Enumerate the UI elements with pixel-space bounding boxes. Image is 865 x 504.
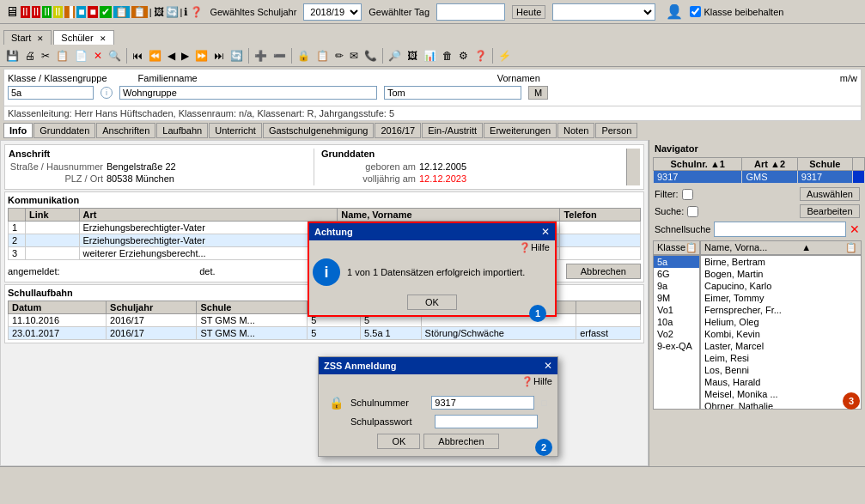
- list-item[interactable]: Laster, Marcel: [701, 340, 861, 352]
- abbrechen-btn2[interactable]: Abbrechen: [566, 264, 641, 279]
- achtung-ok-button[interactable]: OK: [407, 295, 457, 310]
- toolbar-edit[interactable]: ✏: [332, 48, 346, 64]
- name-list[interactable]: Birne, Bertram Bogen, Martin Capucino, K…: [700, 255, 862, 410]
- zss-ok-button[interactable]: OK: [377, 434, 420, 449]
- list-item[interactable]: Meisel, Monika ...: [701, 388, 861, 400]
- scroll-indicator[interactable]: [626, 149, 640, 185]
- toolbar-prev[interactable]: ◀: [165, 48, 178, 64]
- list-item[interactable]: 6G: [654, 268, 699, 280]
- toolbar-next2[interactable]: ⏩: [192, 48, 210, 64]
- table-row[interactable]: 9317 GMS 9317: [654, 171, 865, 184]
- zss-close[interactable]: ✕: [544, 360, 552, 372]
- ctab-anschriften[interactable]: Anschriften: [96, 123, 155, 138]
- ctab-info[interactable]: Info: [3, 123, 33, 138]
- ctab-noten[interactable]: Noten: [557, 123, 594, 138]
- list-item[interactable]: Vo1: [654, 304, 699, 316]
- ctab-unterricht[interactable]: Unterricht: [209, 123, 262, 138]
- toolbar-first[interactable]: ⏮: [130, 48, 145, 64]
- ctab-einaustritt[interactable]: Ein-/Austritt: [422, 123, 483, 138]
- toolbar-doc[interactable]: 📋: [314, 48, 332, 64]
- ctab-grunddaten[interactable]: Grunddaten: [34, 123, 95, 138]
- list-item[interactable]: Leim, Resi: [701, 352, 861, 364]
- toolbar-chart[interactable]: 📊: [421, 48, 439, 64]
- klasse-beibehalten-checkbox[interactable]: [690, 6, 701, 17]
- toolbar-search[interactable]: 🔍: [106, 48, 124, 64]
- toolbar-paste[interactable]: 📄: [72, 48, 90, 64]
- toolbar-trash[interactable]: 🗑: [440, 48, 455, 64]
- toolbar-image[interactable]: 🖼: [405, 48, 420, 64]
- list-item[interactable]: 5a: [654, 256, 699, 268]
- list-item[interactable]: Ohrner, Nathalie: [701, 400, 861, 410]
- ctab-person[interactable]: Person: [595, 123, 637, 138]
- list-item[interactable]: Fernsprecher, Fr...: [701, 304, 861, 316]
- schnellsuche-row: Schnellsuche ✕: [651, 220, 863, 239]
- toolbar-add[interactable]: ➕: [252, 48, 270, 64]
- toolbar-delete[interactable]: ✕: [91, 48, 105, 64]
- zss-abbrechen-button[interactable]: Abbrechen: [423, 434, 498, 449]
- bearbeiten-button[interactable]: Bearbeiten: [800, 204, 860, 218]
- tab-schueler-close[interactable]: ✕: [100, 34, 107, 43]
- name-sort-icon[interactable]: ▲: [801, 242, 811, 253]
- toolbar-settings[interactable]: ⚙: [456, 48, 471, 64]
- tab-start-close[interactable]: ✕: [37, 34, 44, 43]
- list-item[interactable]: Bogen, Martin: [701, 268, 861, 280]
- list-item[interactable]: Kombi, Kevin: [701, 328, 861, 340]
- toolbar-last[interactable]: ⏭: [211, 48, 227, 64]
- achtung-hilfe-label[interactable]: Hilfe: [531, 242, 550, 253]
- klasse-input[interactable]: [8, 86, 94, 100]
- klasse-icon[interactable]: 📋: [685, 242, 697, 253]
- list-item[interactable]: 9a: [654, 280, 699, 292]
- ctab-erweiterungen[interactable]: Erweiterungen: [484, 123, 557, 138]
- ctab-laufbahn[interactable]: Laufbahn: [156, 123, 208, 138]
- ctab-2016[interactable]: 2016/17: [375, 123, 421, 138]
- toolbar-copy[interactable]: 📋: [53, 48, 71, 64]
- filter-checkbox[interactable]: [682, 189, 693, 200]
- toolbar-zoom[interactable]: 🔎: [386, 48, 404, 64]
- list-item[interactable]: Capucino, Karlo: [701, 280, 861, 292]
- table-row[interactable]: 23.01.2017 2016/17 ST GMS M... 5 5.5a 1 …: [9, 327, 641, 340]
- schulnummer-input[interactable]: [431, 396, 534, 410]
- heute-select[interactable]: [552, 3, 655, 21]
- list-item[interactable]: 9-ex-QA: [654, 340, 699, 352]
- suche-checkbox[interactable]: [687, 206, 698, 217]
- list-item[interactable]: Los, Benni: [701, 364, 861, 376]
- schuljahr-select[interactable]: 2018/19: [303, 3, 362, 21]
- toolbar-prev2[interactable]: ⏪: [146, 48, 164, 64]
- ctab-gastschul[interactable]: Gastschulgenehmigung: [263, 123, 375, 138]
- tab-start[interactable]: Start ✕: [3, 30, 52, 45]
- list-item[interactable]: Vo2: [654, 328, 699, 340]
- auswaehlen-button[interactable]: Auswählen: [800, 187, 860, 201]
- list-item[interactable]: Helium, Oleg: [701, 316, 861, 328]
- achtung-hilfe-row: ❓ Hilfe: [309, 240, 555, 255]
- schnellsuche-clear[interactable]: ✕: [850, 222, 860, 236]
- toolbar-next[interactable]: ▶: [179, 48, 192, 64]
- schnellsuche-input[interactable]: [714, 222, 846, 237]
- list-item[interactable]: Eimer, Tommy: [701, 292, 861, 304]
- tag-input[interactable]: 04.04.2019: [436, 3, 505, 21]
- toolbar-help[interactable]: ❓: [472, 48, 490, 64]
- toolbar-cut[interactable]: ✂: [39, 48, 52, 64]
- zss-hilfe-label[interactable]: Hilfe: [533, 376, 552, 387]
- list-item[interactable]: Maus, Harald: [701, 376, 861, 388]
- heute-button[interactable]: Heute: [512, 5, 545, 19]
- klasse-info-icon[interactable]: i: [101, 87, 113, 99]
- list-item[interactable]: Birne, Bertram: [701, 256, 861, 268]
- toolbar-remove[interactable]: ➖: [271, 48, 289, 64]
- toolbar-phone[interactable]: 📞: [362, 48, 380, 64]
- toolbar-save[interactable]: 💾: [3, 48, 21, 64]
- name-icon[interactable]: 📋: [845, 242, 857, 253]
- toolbar-print[interactable]: 🖨: [22, 48, 38, 64]
- schulpasswort-input[interactable]: [435, 415, 538, 428]
- klasse-list[interactable]: 5a 6G 9a 9M Vo1 10a Vo2 9-ex-QA: [653, 255, 700, 410]
- familienname-input[interactable]: [119, 86, 377, 100]
- list-item[interactable]: 10a: [654, 316, 699, 328]
- toolbar-refresh[interactable]: 🔄: [228, 48, 246, 64]
- vornamen-input[interactable]: [384, 86, 521, 100]
- toolbar-lock[interactable]: 🔒: [295, 48, 313, 64]
- mw-button[interactable]: M: [528, 86, 548, 100]
- list-item[interactable]: 9M: [654, 292, 699, 304]
- achtung-close[interactable]: ✕: [541, 226, 550, 238]
- toolbar-mail[interactable]: ✉: [347, 48, 361, 64]
- toolbar-extra[interactable]: ⚡: [496, 48, 514, 64]
- tab-schueler[interactable]: Schüler ✕: [53, 30, 113, 45]
